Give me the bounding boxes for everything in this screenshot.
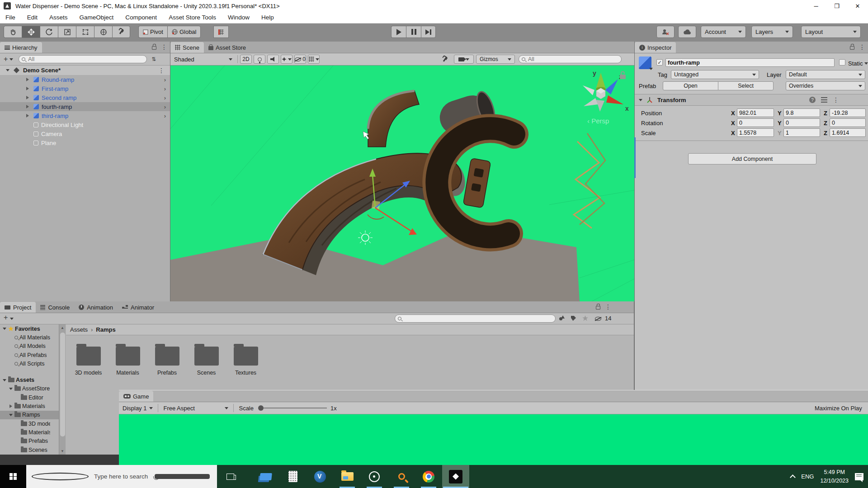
position-z-field[interactable] (830, 108, 866, 117)
active-checkbox[interactable]: ✓ (656, 59, 663, 66)
gizmos-dropdown[interactable]: Gizmos (476, 55, 515, 64)
chevron-down-icon[interactable] (649, 68, 653, 70)
chevron-down-icon[interactable] (10, 318, 14, 320)
layout-dropdown[interactable]: Layout (801, 26, 861, 38)
task-view-button[interactable] (217, 465, 243, 488)
lock-icon[interactable] (850, 46, 854, 50)
aspect-dropdown[interactable]: Free Aspect (160, 402, 232, 414)
minimize-button[interactable]: ─ (806, 0, 826, 12)
gameobject-icon[interactable] (639, 56, 651, 69)
scale-z-field[interactable] (830, 128, 866, 137)
scale-slider-track[interactable] (264, 408, 327, 408)
expand-arrow-icon[interactable] (9, 404, 13, 408)
prefab-chevron-icon[interactable]: › (164, 94, 166, 101)
taskbar-clock[interactable]: 5:49 PM 12/10/2023 (820, 468, 849, 484)
effects-dropdown-button[interactable] (281, 55, 292, 64)
hierarchy-item-round-ramp[interactable]: Round-ramp › (0, 75, 170, 84)
2d-toggle-button[interactable]: 2D (240, 55, 252, 64)
project-tree-item-materials[interactable]: Materials (0, 428, 59, 436)
collapse-arrow-icon[interactable] (6, 69, 9, 71)
expand-arrow-icon[interactable] (9, 414, 13, 416)
tab-hierarchy[interactable]: Hierarchy (0, 42, 42, 53)
play-button[interactable] (391, 26, 406, 38)
create-button[interactable]: + (4, 314, 8, 322)
expand-arrow-icon[interactable] (2, 328, 7, 330)
prefab-overrides-dropdown[interactable]: Overrides (786, 81, 865, 90)
taskbar-search[interactable]: Type here to search (26, 465, 217, 488)
help-icon[interactable]: ? (809, 97, 816, 103)
rotate-tool-button[interactable] (40, 26, 58, 38)
audio-toggle-button[interactable] (267, 55, 279, 64)
pause-button[interactable] (406, 26, 421, 38)
hierarchy-item-first-ramp[interactable]: First-ramp › (0, 84, 170, 93)
menu-item[interactable]: Assets (49, 14, 68, 21)
maximize-button[interactable]: ❒ (826, 0, 847, 12)
hierarchy-item-camera[interactable]: Camera › (0, 129, 170, 138)
tab-inspector[interactable]: iInspector (635, 42, 676, 53)
chevron-down-icon[interactable] (864, 62, 868, 65)
rect-tool-button[interactable] (76, 26, 94, 38)
asset-folder[interactable]: 3D models (69, 343, 108, 376)
scale-slider-knob[interactable] (258, 405, 264, 411)
hidden-objects-button[interactable]: 0 (294, 55, 306, 64)
rotation-y-field[interactable] (783, 118, 820, 127)
lighting-toggle-button[interactable] (254, 55, 265, 64)
tag-dropdown[interactable]: Untagged (671, 70, 759, 79)
project-tree-scrollbar[interactable]: ▲ ▼ (59, 324, 66, 455)
cloud-button[interactable] (678, 26, 696, 38)
titlebar[interactable]: Water Dispenser - Demo Scene - PC, Mac &… (0, 0, 868, 12)
language-indicator[interactable]: ENG (801, 473, 814, 480)
project-search[interactable] (395, 314, 556, 323)
project-tree-item-favorites[interactable]: Favorites (0, 324, 59, 333)
v-app-button[interactable] (307, 465, 334, 488)
scale-y-field[interactable] (783, 128, 820, 137)
layer-dropdown[interactable]: Default (786, 70, 865, 79)
position-x-field[interactable] (737, 108, 774, 117)
eye-slash-icon[interactable] (595, 317, 601, 321)
tab-game[interactable]: Game (119, 391, 153, 402)
project-search-input[interactable] (403, 315, 552, 322)
display-dropdown[interactable]: Display 1 (119, 402, 156, 414)
project-tree-item-prefabs[interactable]: Prefabs (0, 437, 59, 446)
favorites-filter-icon[interactable] (582, 315, 588, 321)
menu-item[interactable]: Edit (27, 14, 38, 21)
microphone-icon[interactable] (155, 474, 210, 479)
global-toggle-button[interactable]: Global (167, 26, 201, 38)
pivot-toggle-button[interactable]: Pivot (138, 26, 167, 38)
account-dropdown[interactable]: Account (701, 26, 746, 38)
prefab-open-button[interactable]: Open (663, 81, 718, 90)
scrollbar-highlight[interactable] (634, 137, 636, 178)
project-tree-item-ramps[interactable]: Ramps (0, 411, 59, 419)
expand-arrow-icon[interactable] (26, 114, 29, 117)
step-button[interactable] (421, 26, 436, 38)
scroll-down-icon[interactable]: ▼ (61, 449, 64, 453)
project-tree-item-editor[interactable]: Editor (0, 393, 59, 402)
camera-settings-button[interactable] (454, 55, 474, 64)
prefab-chevron-icon[interactable]: › (164, 76, 166, 83)
move-tool-button[interactable] (22, 26, 40, 38)
rotation-z-field[interactable] (830, 118, 866, 127)
expand-arrow-icon[interactable] (9, 388, 13, 390)
scale-tool-button[interactable] (58, 26, 76, 38)
static-checkbox[interactable] (839, 59, 845, 66)
kebab-menu-icon[interactable]: ⋮ (859, 45, 865, 49)
kebab-menu-icon[interactable]: ⋮ (158, 68, 165, 73)
menu-item[interactable]: Help (261, 14, 274, 21)
prefab-chevron-icon[interactable]: › (164, 103, 166, 110)
project-tree-item-assetstore[interactable]: AssetStore (0, 385, 59, 393)
kebab-menu-icon[interactable]: ⋮ (833, 98, 839, 102)
project-panel-tab-console[interactable]: Console (36, 302, 74, 313)
action-center-icon[interactable] (855, 473, 863, 480)
chevron-down-icon[interactable] (9, 58, 13, 61)
project-panel-tab-animator[interactable]: Animator (118, 302, 159, 313)
layers-dropdown[interactable]: Layers (751, 26, 793, 38)
project-panel-tab-project[interactable]: Project (0, 302, 36, 313)
menu-item[interactable]: Component (125, 14, 157, 21)
kebab-menu-icon[interactable]: ⋮ (605, 305, 611, 309)
grid-snap-button[interactable] (213, 26, 229, 38)
prefab-chevron-icon[interactable]: › (164, 85, 166, 92)
maximize-on-play-button[interactable]: Maximize On Play (815, 405, 868, 412)
menu-item[interactable]: GameObject (80, 14, 114, 21)
close-button[interactable]: ✕ (847, 0, 868, 12)
scale-x-field[interactable] (737, 128, 774, 137)
